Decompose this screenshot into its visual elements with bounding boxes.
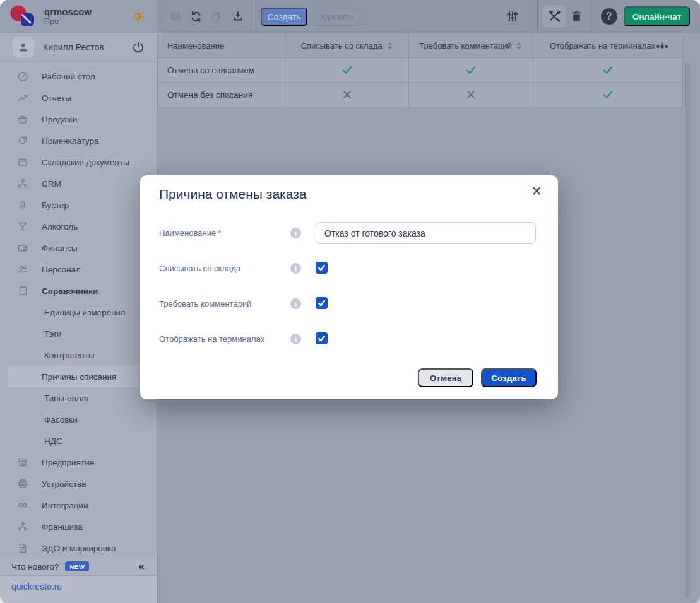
field-label-writeoff: Списывать со склада	[159, 264, 240, 273]
quickresto-logo-icon	[9, 4, 37, 29]
toolbar-separator	[256, 0, 256, 33]
column-header-writeoff[interactable]: Списывать со склада	[285, 33, 409, 57]
download-icon[interactable]	[230, 8, 246, 25]
field-label-terminals: Отображать на терминалах	[159, 334, 264, 344]
table-row[interactable]: Отмена со списанием	[158, 58, 683, 83]
toolbar-separator	[537, 0, 538, 33]
x-icon	[342, 90, 352, 100]
info-icon[interactable]: i	[290, 298, 301, 309]
whats-new-link[interactable]: Что нового?	[11, 562, 59, 571]
sidebar-item-vat[interactable]: НДС	[0, 430, 157, 452]
sidebar-item-writeoff-reasons[interactable]: Причины списания	[8, 366, 155, 387]
warehouse-icon	[17, 156, 28, 168]
create-button[interactable]: Создать	[261, 8, 307, 26]
online-chat-button[interactable]: Онлайн-чат	[624, 6, 690, 26]
cell-terminals	[533, 83, 683, 107]
cell-comment	[409, 83, 533, 107]
sidebar-item-staff[interactable]: Персонал	[0, 259, 157, 280]
sidebar-item-packagings[interactable]: Фасовки	[0, 409, 157, 430]
sidebar-item-directories[interactable]: Справочники	[0, 280, 157, 302]
refresh-icon[interactable]	[187, 8, 204, 25]
sort-icon[interactable]	[386, 41, 393, 50]
close-icon[interactable]: ×	[529, 180, 544, 202]
row-name: Отмена со списанием	[167, 66, 254, 75]
sort-icon[interactable]	[516, 41, 523, 50]
cancel-button[interactable]: Отмена	[418, 368, 473, 387]
sidebar-item-payment-types[interactable]: Типы оплат	[0, 387, 157, 409]
sidebar-item-finance[interactable]: Финансы	[0, 237, 157, 259]
writeoff-reasons-table: Наименование Списывать со склада Требова…	[158, 33, 683, 107]
filters-icon[interactable]	[504, 8, 521, 25]
row-name: Отмена без списания	[167, 90, 252, 100]
logout-icon[interactable]	[132, 41, 145, 54]
sidebar-item-sales[interactable]: Продажи	[0, 108, 157, 130]
comment-checkbox[interactable]	[316, 297, 328, 309]
name-input[interactable]	[316, 222, 536, 244]
help-icon[interactable]: ?	[601, 8, 617, 25]
sidebar-item-franchise[interactable]: Франшиза	[0, 516, 157, 537]
sidebar-item-tags[interactable]: Тэги	[0, 323, 157, 344]
edo-icon	[17, 542, 28, 554]
modal-title: Причина отмены заказа	[159, 187, 306, 202]
save-icon[interactable]	[167, 8, 184, 25]
table-header: Наименование Списывать со склада Требова…	[158, 33, 683, 58]
booster-icon	[17, 199, 28, 211]
app-window: qrmoscow Про Кир	[0, 0, 700, 603]
toolbar-separator	[591, 0, 591, 33]
integrations-icon	[17, 500, 28, 511]
enterprise-icon	[17, 457, 28, 468]
theme-toggle-icon[interactable]	[131, 9, 146, 24]
column-header-name[interactable]: Наименование	[158, 33, 285, 57]
sidebar-item-crm[interactable]: CRM	[0, 173, 157, 194]
sidebar-item-contractors[interactable]: Контрагенты	[0, 344, 157, 366]
whats-new-row: Что нового? NEW «	[0, 558, 157, 575]
sidebar-item-dashboard[interactable]: Рабочий стол	[0, 66, 157, 87]
sidebar-item-units[interactable]: Единицы измерения	[0, 302, 157, 323]
check-icon	[602, 89, 614, 100]
trash-icon[interactable]	[568, 8, 584, 25]
workspace-header[interactable]: qrmoscow Про	[0, 0, 157, 33]
delete-button[interactable]: Удалить	[314, 8, 359, 26]
avatar	[13, 37, 34, 58]
tools-button[interactable]	[543, 5, 566, 28]
copy-icon[interactable]	[208, 8, 225, 25]
finance-icon	[17, 242, 28, 254]
dashboard-icon	[17, 71, 28, 82]
check-icon	[602, 64, 614, 76]
sidebar-item-edo[interactable]: ЭДО и маркировка	[0, 537, 157, 558]
user-name: Кирилл Рестов	[43, 42, 132, 52]
column-settings-icon[interactable]: •••	[656, 33, 669, 59]
terminals-checkbox[interactable]	[316, 332, 328, 344]
tools-icon	[547, 9, 561, 23]
check-icon	[317, 263, 326, 272]
cell-terminals	[533, 58, 683, 82]
cell-writeoff	[285, 58, 409, 82]
info-icon[interactable]: i	[290, 263, 301, 274]
new-badge: NEW	[65, 561, 89, 571]
quickresto-link[interactable]: quickresto.ru	[11, 582, 62, 592]
info-icon[interactable]: i	[290, 228, 301, 238]
table-row[interactable]: Отмена без списания	[158, 83, 683, 107]
workspace-name: qrmoscow	[44, 6, 131, 17]
info-icon[interactable]: i	[290, 334, 301, 344]
devices-icon	[17, 478, 28, 489]
collapse-sidebar-icon[interactable]: «	[139, 560, 145, 573]
sidebar-item-enterprise[interactable]: Предприятие	[0, 452, 157, 473]
sidebar-item-devices[interactable]: Устройства	[0, 473, 157, 495]
plan-label: Про	[44, 17, 131, 26]
writeoff-checkbox[interactable]	[316, 262, 328, 274]
sidebar-item-nomenclature[interactable]: Номенклатура	[0, 130, 157, 151]
directories-icon	[17, 285, 28, 296]
sidebar-item-warehouse-docs[interactable]: Складские документы	[0, 151, 157, 173]
check-icon	[317, 298, 326, 308]
sidebar-item-booster[interactable]: Бустер	[0, 194, 157, 216]
vertical-scrollbar[interactable]	[685, 62, 690, 598]
submit-button[interactable]: Создать	[481, 368, 537, 387]
sidebar-item-alcohol[interactable]: Алкоголь	[0, 216, 157, 237]
check-icon	[317, 334, 326, 343]
user-row[interactable]: Кирилл Рестов	[0, 33, 157, 62]
column-header-comment[interactable]: Требовать комментарий	[409, 33, 533, 57]
sidebar-item-reports[interactable]: Отчеты	[0, 87, 157, 108]
sidebar-item-integrations[interactable]: Интеграции	[0, 495, 157, 516]
required-mark: *	[218, 228, 221, 238]
